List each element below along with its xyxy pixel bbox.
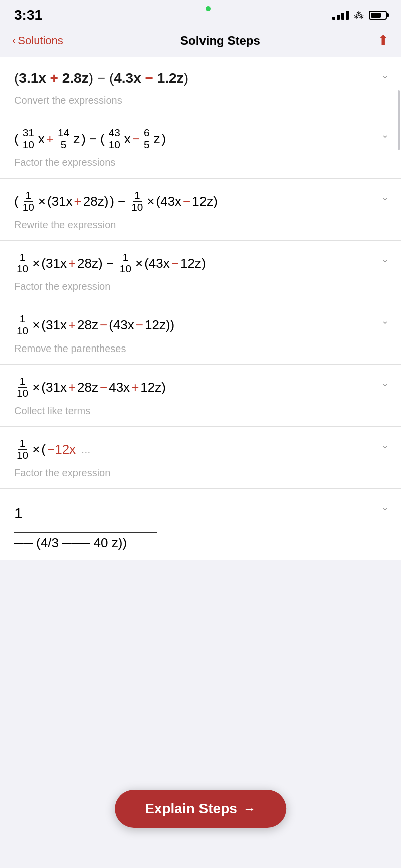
back-chevron-icon: ‹ xyxy=(12,34,16,47)
step-description: Collect like terms xyxy=(14,404,387,417)
arrow-icon: → xyxy=(243,801,256,817)
battery-icon xyxy=(369,11,387,20)
chevron-down-icon[interactable]: ⌄ xyxy=(381,502,389,513)
step-row: ⌄ ( 3110 x + 145 z ) − ( 4310 x − 65 z )… xyxy=(0,116,401,179)
steps-content: ⌄ (3.1x + 2.8z) − (4.3x − 1.2z) Convert … xyxy=(0,57,401,560)
signal-bars-icon xyxy=(332,11,349,20)
chevron-down-icon[interactable]: ⌄ xyxy=(381,129,389,140)
status-bar: 3:31 ⁂ xyxy=(0,0,401,27)
step-expression: 1 xyxy=(14,500,387,527)
step-expression: 110 × (31x + 28z) − 110 × (43x − 12z) xyxy=(14,252,387,275)
step-description: Remove the parentheses xyxy=(14,342,387,355)
step-description: Factor the expression xyxy=(14,466,387,479)
scroll-indicator[interactable] xyxy=(398,90,400,150)
step-expression: ( 110 × (31x + 28z) ) − 110 × (43x − 12z… xyxy=(14,190,387,213)
step-expression: 110 × (31x + 28z − (43x − 12z)) xyxy=(14,313,387,337)
step-expression: (3.1x + 2.8z) − (4.3x − 1.2z) xyxy=(14,68,387,89)
step-row: ⌄ 110 × (31x + 28z − 43x + 12z) Collect … xyxy=(0,365,401,427)
share-icon[interactable]: ⬆ xyxy=(377,32,389,49)
step-description: Factor the expressions xyxy=(14,156,387,169)
step-row: ⌄ 1 ── (4/3 ─── 40 z)) xyxy=(0,489,401,560)
explain-steps-container: Explain Steps → xyxy=(115,790,286,828)
step-expression: 110 × ( −12x ... xyxy=(14,438,387,461)
page-title: Solving Steps xyxy=(63,34,377,48)
step-row: ⌄ 110 × (31x + 28z) − 110 × (43x − 12z) … xyxy=(0,241,401,303)
step-row: ⌄ 110 × ( −12x ... Factor the expression xyxy=(0,427,401,489)
green-dot xyxy=(206,6,211,11)
step-row: ⌄ ( 110 × (31x + 28z) ) − 110 × (43x − 1… xyxy=(0,179,401,241)
status-time: 3:31 xyxy=(14,7,42,23)
wifi-icon: ⁂ xyxy=(354,9,364,21)
back-label: Solutions xyxy=(18,34,63,47)
chevron-down-icon[interactable]: ⌄ xyxy=(381,378,389,389)
chevron-down-icon[interactable]: ⌄ xyxy=(381,254,389,265)
nav-header: ‹ Solutions Solving Steps ⬆ xyxy=(0,27,401,57)
step-row: ⌄ (3.1x + 2.8z) − (4.3x − 1.2z) Convert … xyxy=(0,57,401,116)
chevron-down-icon[interactable]: ⌄ xyxy=(381,70,389,81)
chevron-down-icon[interactable]: ⌄ xyxy=(381,192,389,203)
step-description: Convert the expressions xyxy=(14,94,387,107)
step-description: Factor the expression xyxy=(14,280,387,293)
status-icons: ⁂ xyxy=(332,9,387,21)
step-row: ⌄ 110 × (31x + 28z − (43x − 12z)) Remove… xyxy=(0,302,401,365)
explain-steps-button[interactable]: Explain Steps → xyxy=(115,790,286,828)
step-expression: 110 × (31x + 28z − 43x + 12z) xyxy=(14,376,387,399)
explain-steps-label: Explain Steps xyxy=(145,801,237,817)
chevron-down-icon[interactable]: ⌄ xyxy=(381,315,389,326)
step-expression: ( 3110 x + 145 z ) − ( 4310 x − 65 z ) xyxy=(14,127,387,151)
step-description: Rewrite the expression xyxy=(14,218,387,231)
chevron-down-icon[interactable]: ⌄ xyxy=(381,440,389,451)
back-button[interactable]: ‹ Solutions xyxy=(12,34,63,47)
